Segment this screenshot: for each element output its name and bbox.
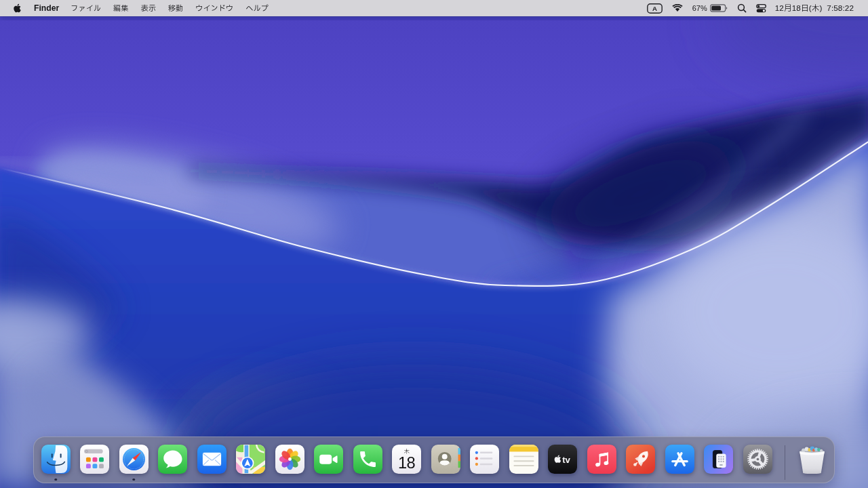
dock-item-iphone-mirroring[interactable]	[704, 445, 733, 474]
wallpaper-image	[0, 0, 868, 488]
dock-item-reminders[interactable]	[470, 445, 499, 474]
menu-bar-status: A 67%	[642, 0, 868, 16]
control-center-icon	[756, 4, 766, 13]
dock: 木18tv	[33, 436, 835, 483]
dock-item-photos[interactable]	[275, 445, 304, 474]
app-menu-finder[interactable]: Finder	[28, 0, 64, 16]
dock-item-music[interactable]	[587, 445, 616, 474]
appstore-icon	[665, 445, 694, 474]
facetime-icon	[314, 445, 343, 474]
menu-help[interactable]: ヘルプ	[239, 0, 275, 16]
menu-view[interactable]: 表示	[134, 0, 161, 16]
dock-item-facetime[interactable]	[314, 445, 343, 474]
apple-logo-icon	[13, 3, 22, 14]
battery-percent: 67%	[692, 3, 707, 14]
input-source-icon: A	[647, 3, 663, 14]
wifi-icon	[672, 4, 683, 12]
rocket-icon	[626, 445, 655, 474]
reminders-icon	[470, 445, 499, 474]
dock-item-finder[interactable]	[41, 445, 71, 474]
battery-icon	[710, 4, 728, 12]
running-indicator-finder	[55, 479, 58, 481]
music-icon	[587, 445, 616, 474]
apple-menu[interactable]	[0, 0, 28, 16]
menu-bar: Finder ファイル 編集 表示 移動 ウインドウ ヘルプ A	[0, 0, 868, 16]
dock-item-mail[interactable]	[197, 445, 226, 474]
dock-item-phone[interactable]	[353, 445, 382, 474]
dock-item-safari[interactable]	[119, 445, 149, 474]
dock-item-messages[interactable]	[158, 445, 187, 474]
battery-indicator[interactable]: 67%	[688, 0, 732, 16]
desktop: Finder ファイル 編集 表示 移動 ウインドウ ヘルプ A	[0, 0, 868, 488]
wifi-status-item[interactable]	[667, 0, 688, 16]
menu-window[interactable]: ウインドウ	[189, 0, 239, 16]
appletv-icon: tv	[548, 445, 577, 474]
menu-go[interactable]: 移動	[162, 0, 189, 16]
notes-icon	[509, 445, 538, 474]
menu-bar-clock[interactable]: 12月18日(木) 7:58:22	[771, 0, 859, 16]
dock-item-trash[interactable]	[797, 445, 827, 474]
photos-icon	[275, 445, 304, 474]
settings-icon	[743, 445, 772, 474]
search-icon	[737, 3, 747, 13]
input-source-indicator[interactable]: A	[642, 0, 667, 16]
macos-desktop: { "menubar": { "apple_logo": "apple-logo…	[0, 0, 868, 488]
menu-bar-left: Finder ファイル 編集 表示 移動 ウインドウ ヘルプ	[0, 0, 275, 16]
mail-icon	[197, 445, 226, 474]
dock-item-settings[interactable]	[743, 445, 772, 474]
dock-item-calendar[interactable]: 木18	[392, 445, 421, 474]
dock-item-rocket[interactable]	[626, 445, 655, 474]
appletv-text: tv	[562, 455, 570, 465]
svg-text:A: A	[652, 5, 657, 12]
maps-icon	[236, 445, 265, 474]
finder-icon	[41, 445, 71, 474]
running-indicator-safari	[133, 479, 136, 481]
dock-item-maps[interactable]	[236, 445, 265, 474]
dock-divider	[785, 445, 785, 480]
dock-item-appstore[interactable]	[665, 445, 694, 474]
menu-file[interactable]: ファイル	[64, 0, 107, 16]
dock-item-contacts[interactable]	[431, 445, 460, 474]
messages-icon	[158, 445, 187, 474]
phone-icon	[353, 445, 382, 474]
menu-edit[interactable]: 編集	[107, 0, 134, 16]
apps-icon	[80, 445, 109, 474]
calendar-day: 18	[398, 454, 415, 472]
iphone-mirroring-icon	[704, 445, 733, 474]
trash-icon	[797, 445, 827, 474]
calendar-icon: 木18	[392, 445, 421, 474]
control-center-item[interactable]	[751, 0, 771, 16]
dock-item-notes[interactable]	[509, 445, 538, 474]
dock-item-apps[interactable]	[80, 445, 109, 474]
dock-item-appletv[interactable]: tv	[548, 445, 577, 474]
contacts-icon	[431, 445, 460, 474]
safari-icon	[119, 445, 149, 474]
spotlight-search-item[interactable]	[732, 0, 751, 16]
